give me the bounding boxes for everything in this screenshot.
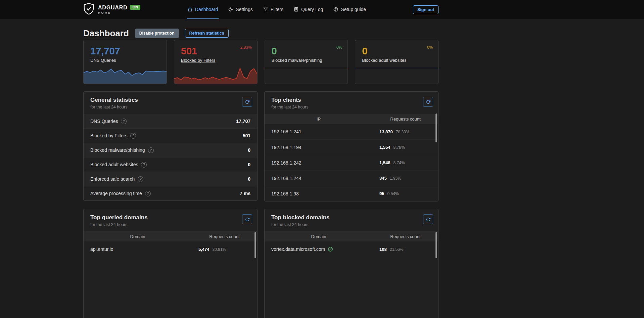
column-header-domain: Domain (84, 234, 192, 239)
dashboard-page: Dashboard Disable protection Refresh sta… (83, 19, 439, 318)
stat-card-blocked-adult: 0% 0 Blocked adult websites (355, 40, 439, 84)
requests-percent: 78.33% (396, 130, 410, 134)
help-icon[interactable]: ? (141, 162, 147, 168)
client-ip-link[interactable]: 192.168.1.242 (271, 160, 302, 166)
nav-item-query-log[interactable]: Query Log (293, 0, 324, 19)
refresh-card-button[interactable] (423, 97, 433, 107)
refresh-icon (426, 217, 430, 222)
shield-check-icon (83, 3, 94, 16)
nav-item-filters[interactable]: Filters (262, 0, 284, 19)
help-icon[interactable]: ? (121, 119, 127, 124)
refresh-card-button[interactable] (242, 97, 252, 107)
requests-count: 95 (379, 191, 384, 196)
stat-row-label: Blocked by Filters (90, 133, 127, 138)
table-header: IP Requests count (265, 114, 438, 124)
stat-row-blocked-malware: Blocked malware/phishing? 0 (84, 143, 257, 157)
disable-protection-button[interactable]: Disable protection (135, 29, 179, 38)
requests-count: 13,870 (379, 129, 393, 134)
table-row: api.entur.io 5,47430.91% (84, 241, 257, 257)
help-icon[interactable]: ? (148, 147, 154, 153)
requests-count: 5,474 (198, 247, 210, 252)
top-blocked-domains-card: Top blocked domains for the last 24 hour… (264, 209, 439, 318)
stat-row-value: 0 (248, 162, 250, 167)
requests-percent: 1.95% (390, 176, 401, 181)
table-row: 192.168.1.98 950.54% (265, 186, 438, 201)
refresh-icon (245, 100, 249, 104)
stat-row-value: 7 ms (240, 191, 250, 196)
stat-value: 17,707 (90, 46, 167, 57)
top-clients-card: Top clients for the last 24 hours IP Req… (264, 91, 439, 201)
help-icon[interactable]: ? (138, 176, 143, 182)
general-statistics-table: DNS Queries? 17,707 Blocked by Filters? … (84, 114, 257, 200)
column-header-ip: IP (265, 117, 373, 122)
refresh-icon (245, 217, 249, 222)
requests-count: 108 (379, 247, 387, 252)
brand-subname: HOME (98, 11, 140, 14)
column-header-domain: Domain (265, 234, 373, 239)
refresh-icon (426, 100, 430, 104)
blocked-malware-sparkline (265, 67, 348, 68)
stat-value: 0 (272, 46, 348, 57)
gear-icon (228, 7, 233, 12)
blocked-by-filters-link[interactable]: Blocked by Filters (181, 58, 257, 63)
requests-percent: 8.78% (394, 145, 405, 150)
blocked-by-filters-sparkline (174, 66, 258, 84)
table-row: vortex.data.microsoft.com 10821.56% (265, 241, 438, 257)
card-subtitle: for the last 24 hours (271, 222, 431, 227)
nav-item-setup-guide[interactable]: Setup guide (332, 0, 367, 19)
stat-row-value: 17,707 (236, 119, 250, 124)
nav-label: Settings (236, 7, 253, 12)
table-row: 192.168.1.242 1,5488.74% (265, 155, 438, 170)
card-title: General statistics (90, 97, 250, 103)
nav-label: Query Log (301, 7, 323, 12)
stat-row-dns-queries: DNS Queries? 17,707 (84, 114, 257, 128)
stat-row-blocked-adult: Blocked adult websites? 0 (84, 157, 257, 172)
general-statistics-card: General statistics for the last 24 hours… (83, 91, 258, 201)
requests-percent: 8.74% (394, 161, 405, 165)
scrollbar-thumb[interactable] (255, 232, 256, 258)
client-ip-link[interactable]: 192.168.1.194 (271, 145, 302, 150)
table-header: Domain Requests count (265, 231, 438, 241)
refresh-card-button[interactable] (423, 214, 433, 224)
stat-row-label: Blocked adult websites (90, 162, 138, 167)
nav-item-settings[interactable]: Settings (227, 0, 254, 19)
stat-row-label: Blocked malware/phishing (90, 147, 145, 153)
refresh-statistics-button[interactable]: Refresh statistics (185, 29, 229, 38)
domain-link[interactable]: vortex.data.microsoft.com (271, 246, 325, 252)
scrollbar-thumb[interactable] (435, 232, 437, 258)
table-row: 192.168.1.241 13,87078.33% (265, 124, 438, 139)
stat-row-blocked-filters: Blocked by Filters? 501 (84, 128, 257, 143)
help-icon[interactable]: ? (145, 191, 151, 196)
help-icon[interactable]: ? (130, 133, 136, 139)
stat-label: Blocked adult websites (362, 58, 438, 63)
document-icon (293, 7, 299, 12)
help-circle-icon (333, 7, 338, 12)
refresh-card-button[interactable] (242, 214, 252, 224)
requests-count: 1,548 (379, 160, 390, 165)
client-ip-link[interactable]: 192.168.1.244 (271, 176, 302, 181)
scrollbar-thumb[interactable] (435, 113, 437, 142)
card-subtitle: for the last 24 hours (90, 222, 250, 227)
nav-item-dashboard[interactable]: Dashboard (187, 0, 219, 19)
protection-on-badge: ON (130, 5, 140, 10)
sign-out-button[interactable]: Sign out (413, 5, 439, 14)
adguard-logo[interactable]: ADGUARDON HOME (83, 3, 140, 16)
stat-row-avg-processing-time: Average processing time? 7 ms (84, 186, 257, 200)
requests-percent: 30.91% (213, 247, 226, 252)
main-nav: Dashboard Settings Filters Query Log Set… (187, 0, 367, 19)
top-blocked-domains-table: vortex.data.microsoft.com 10821.56% (265, 241, 438, 257)
card-subtitle: for the last 24 hours (271, 105, 431, 109)
stat-cards-row: 17,707 DNS Queries 2.83% 501 Blocked by … (83, 40, 439, 84)
domain-link[interactable]: api.entur.io (90, 246, 113, 252)
column-header-requests: Requests count (192, 234, 257, 239)
unblock-icon[interactable] (328, 246, 333, 252)
blocked-adult-sparkline (355, 67, 439, 68)
top-navbar: ADGUARDON HOME Dashboard Settings Filter… (0, 0, 644, 19)
client-ip-link[interactable]: 192.168.1.98 (271, 191, 299, 196)
home-icon (187, 7, 193, 12)
stat-label: DNS Queries (90, 58, 167, 63)
client-ip-link[interactable]: 192.168.1.241 (271, 129, 302, 134)
top-queried-domains-table: api.entur.io 5,47430.91% (84, 241, 257, 257)
card-title: Top queried domains (90, 214, 250, 221)
stat-row-value: 501 (243, 133, 250, 138)
